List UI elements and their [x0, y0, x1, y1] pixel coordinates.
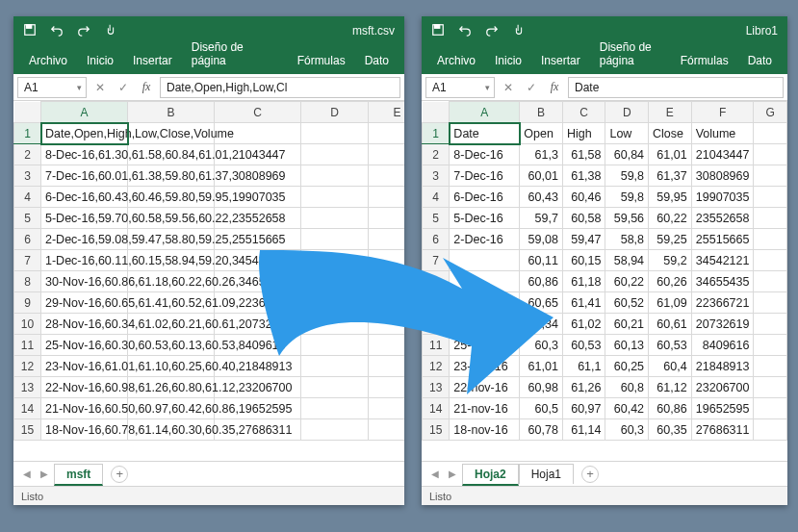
cell[interactable]: 60,53 [562, 335, 605, 356]
cell[interactable]: Volume [691, 123, 754, 144]
cell[interactable] [301, 314, 369, 335]
cell[interactable]: 2-Dec-16,59.08,59.47,58.80,59.25,2551566… [41, 229, 128, 250]
cell[interactable] [301, 356, 369, 377]
cell[interactable]: 19652595 [691, 398, 754, 419]
cell[interactable]: 61,01 [649, 144, 692, 165]
table-row[interactable]: 1125-nov-1660,360,5360,1360,538409616 [423, 335, 787, 356]
table-row[interactable]: 1028-Nov-16,60.34,61.02,60.21,60.61,2073… [14, 314, 405, 335]
col-header[interactable]: G [754, 102, 787, 123]
tab-file[interactable]: Archivo [19, 48, 77, 74]
cancel-icon[interactable]: ✕ [90, 81, 110, 94]
cell[interactable]: 25-Nov-16,60.30,60.53,60.13,60.53,840961… [41, 335, 128, 356]
cell[interactable]: 34542121 [691, 250, 754, 271]
name-box[interactable]: A1 [17, 77, 87, 98]
cell[interactable]: 61,18 [562, 271, 605, 292]
cell[interactable] [450, 271, 520, 292]
cell[interactable] [369, 419, 405, 441]
row-header[interactable]: 12 [14, 356, 41, 377]
cell[interactable]: 58,94 [605, 250, 649, 271]
row-header[interactable]: 11 [423, 335, 450, 356]
cell[interactable]: 59,8 [605, 165, 649, 187]
fx-icon[interactable]: fx [545, 80, 564, 94]
cell[interactable]: 25-nov-16 [450, 335, 520, 356]
row-header[interactable]: 6 [423, 229, 450, 250]
cell[interactable]: 5-Dec-16 [450, 208, 520, 229]
cell[interactable] [301, 208, 369, 229]
cell[interactable]: 60,01 [520, 165, 563, 187]
tab-pagelayout[interactable]: Diseño de página [182, 35, 288, 74]
col-header[interactable]: F [691, 102, 754, 123]
tab-data[interactable]: Dato [738, 48, 782, 74]
row-header[interactable]: 4 [423, 187, 450, 208]
cell[interactable]: 61,01 [520, 356, 563, 377]
sheet-nav-next-icon[interactable]: ▶ [445, 469, 460, 479]
table-row[interactable]: 1223-nov-1661,0161,160,2560,421848913 [423, 356, 787, 377]
cell[interactable] [754, 292, 787, 314]
cell[interactable]: 60,34 [520, 314, 563, 335]
row-header[interactable]: 3 [423, 165, 450, 187]
cell[interactable]: 60,15 [562, 250, 605, 271]
cell[interactable]: 60,3 [520, 335, 563, 356]
cell[interactable]: 61,09 [649, 292, 692, 314]
sheet-tab[interactable]: msft [54, 464, 103, 486]
cell[interactable]: 60,5 [520, 398, 563, 419]
row-header[interactable]: 13 [14, 377, 41, 398]
table-row[interactable]: 1421-Nov-16,60.50,60.97,60.42,60.86,1965… [14, 398, 405, 419]
row-header[interactable]: 15 [423, 419, 450, 441]
redo-icon[interactable] [485, 23, 499, 39]
table-row[interactable]: 46-Dec-1660,4360,4659,859,9519907035 [423, 187, 787, 208]
col-header[interactable]: D [301, 102, 369, 123]
cell[interactable]: 59,25 [649, 229, 692, 250]
cell[interactable]: 21-nov-16 [450, 398, 520, 419]
row-header[interactable]: 11 [14, 335, 41, 356]
cell[interactable]: 60,21 [605, 314, 649, 335]
enter-icon[interactable]: ✓ [114, 81, 133, 94]
col-header[interactable]: A [450, 102, 520, 123]
cell[interactable]: 21043447 [691, 144, 754, 165]
save-icon[interactable] [23, 23, 37, 39]
cell[interactable]: 30-Nov-16,60.86,61.18,60.22,60.26,346554… [41, 271, 128, 292]
cell[interactable]: 60,46 [562, 187, 605, 208]
name-box[interactable]: A1 [425, 77, 495, 98]
row-header[interactable]: 8 [14, 271, 41, 292]
cell[interactable]: 59,8 [605, 187, 649, 208]
cell[interactable]: 60,3 [605, 419, 649, 441]
cell[interactable] [369, 314, 405, 335]
tab-pagelayout[interactable]: Diseño de página [590, 35, 671, 74]
table-row[interactable]: 1DateOpenHighLowCloseVolume [423, 123, 787, 144]
cell[interactable] [754, 271, 787, 292]
cell[interactable]: 23206700 [691, 377, 754, 398]
table-row[interactable]: 1322-Nov-16,60.98,61.26,60.80,61.12,2320… [14, 377, 405, 398]
cell[interactable]: 61,14 [562, 419, 605, 441]
cell[interactable]: 25515665 [691, 229, 754, 250]
row-header[interactable]: 7 [14, 250, 41, 271]
col-header[interactable]: D [605, 102, 649, 123]
cell[interactable]: 27686311 [691, 419, 754, 441]
cell[interactable] [754, 208, 787, 229]
cell[interactable] [369, 271, 405, 292]
cell[interactable]: 60,42 [605, 398, 649, 419]
row-header[interactable]: 7 [423, 250, 450, 271]
cell[interactable] [301, 229, 369, 250]
sheet-nav-prev-icon[interactable]: ◀ [427, 469, 443, 479]
cell[interactable]: 61,41 [562, 292, 605, 314]
cell[interactable]: 60,53 [649, 335, 692, 356]
cell[interactable] [301, 335, 369, 356]
add-sheet-button[interactable]: + [581, 466, 599, 483]
cell[interactable]: 60,25 [605, 356, 649, 377]
row-header[interactable]: 6 [14, 229, 41, 250]
cell[interactable]: 60,97 [562, 398, 605, 419]
cell[interactable]: 7-Dec-16,60.01,61.38,59.80,61.37,3080896… [41, 165, 128, 187]
cell[interactable]: 60,98 [520, 377, 563, 398]
sheet-tab[interactable]: Hoja1 [519, 464, 574, 484]
redo-icon[interactable] [77, 23, 90, 39]
cell[interactable] [754, 144, 787, 165]
tab-data[interactable]: Dato [355, 48, 399, 74]
tab-formulas[interactable]: Fórmulas [671, 48, 738, 74]
tab-insert[interactable]: Insertar [123, 48, 182, 74]
cell[interactable]: 61,3 [520, 144, 563, 165]
tab-home[interactable]: Inicio [77, 48, 123, 74]
row-header[interactable]: 5 [423, 208, 450, 229]
table-row[interactable]: 55-Dec-16,59.70,60.58,59.56,60.22,235526… [14, 208, 405, 229]
undo-icon[interactable] [458, 23, 472, 39]
